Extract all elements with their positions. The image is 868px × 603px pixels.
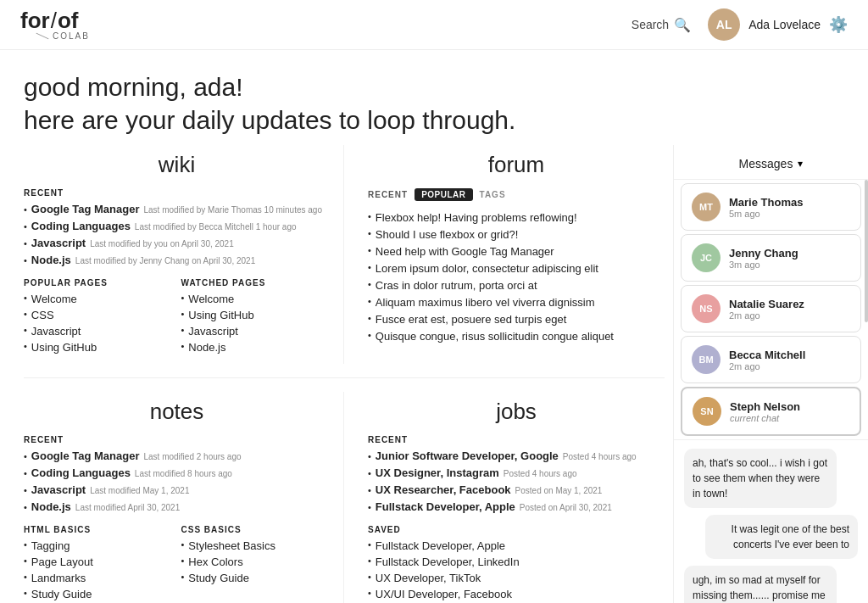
list-item: •Javascript <box>24 325 173 338</box>
contact-time: 2m ago <box>729 361 805 371</box>
contact-item-marie[interactable]: MT Marie Thomas 5m ago <box>681 183 861 231</box>
list-item: •UX Developer, TikTok <box>368 572 665 584</box>
content-area: wiki RECENT •Google Tag ManagerLast modi… <box>0 145 673 603</box>
list-item: •CSS <box>24 309 173 321</box>
contact-info: Natalie Suarez 2m ago <box>729 298 804 321</box>
list-item[interactable]: •Need help with Google Tag Manager <box>368 245 665 258</box>
search-button[interactable]: Search 🔍 <box>632 17 691 33</box>
list-item: •Using GitHub <box>181 309 331 321</box>
search-label: Search <box>632 18 669 31</box>
contact-time: 2m ago <box>729 310 804 321</box>
wiki-recent-list: •Google Tag ManagerLast modified by Mari… <box>24 203 330 266</box>
list-item: •UX Researcher, FacebookPosted on May 1,… <box>368 483 665 496</box>
list-item[interactable]: •Should I use flexbox or grid?! <box>368 228 665 241</box>
forum-title: forum <box>368 152 665 178</box>
watched-list: •Welcome •Using GitHub •Javascript •Node… <box>181 293 331 354</box>
list-item: •UX Designer, InstagramPosted 4 hours ag… <box>368 466 665 479</box>
list-item: •Node.jsLast modified by Jenny Chang on … <box>24 254 330 266</box>
popular-list: •Welcome •CSS •Javascript •Using GitHub <box>24 293 173 354</box>
chat-bubble-sent: It was legit one of the best concerts I'… <box>705 515 858 559</box>
contact-item-jenny[interactable]: JC Jenny Chang 3m ago <box>681 234 861 282</box>
header-right: Search 🔍 AL Ada Lovelace ⚙️ <box>632 8 848 41</box>
logo-for: for <box>20 9 50 31</box>
list-item: •Node.js <box>181 341 331 354</box>
messages-title: Messages <box>739 157 793 170</box>
contact-info: Marie Thomas 5m ago <box>729 196 803 219</box>
list-item: •Using GitHub <box>24 341 173 354</box>
contact-name: Becca Mitchell <box>729 349 805 361</box>
list-item: •Stylesheet Basics <box>181 539 331 552</box>
list-item[interactable]: •Aliquam maximus libero vel viverra dign… <box>368 296 665 309</box>
list-item: •Tagging <box>24 539 173 552</box>
avatar: AL <box>708 8 740 41</box>
jobs-section: jobs RECENT •Junior Software Developer, … <box>344 392 665 603</box>
logo-slash: / <box>51 9 57 31</box>
list-item: •JavascriptLast modified May 1, 2021 <box>24 483 330 496</box>
contact-name: Natalie Suarez <box>729 298 804 310</box>
settings-button[interactable]: ⚙️ <box>829 15 848 34</box>
forum-tabs: RECENT POPULAR TAGS <box>368 188 665 201</box>
welcome-section: good morning, ada! here are your daily u… <box>0 50 868 145</box>
html-list: •Tagging •Page Layout •Landmarks •Study … <box>24 539 173 600</box>
chat-bubble-received: ah, that's so cool... i wish i got to se… <box>684 449 837 508</box>
notes-pages-grid: HTML BASICS •Tagging •Page Layout •Landm… <box>24 525 330 603</box>
top-row: wiki RECENT •Google Tag ManagerLast modi… <box>24 145 665 364</box>
contact-item-becca[interactable]: BM Becca Mitchell 2m ago <box>681 336 861 383</box>
popular-pages-col: POPULAR PAGES •Welcome •CSS •Javascript … <box>24 278 173 357</box>
list-item: •Study Guide <box>24 588 173 600</box>
wiki-title: wiki <box>24 152 330 178</box>
tab-tags-label[interactable]: TAGS <box>480 190 506 199</box>
list-item[interactable]: •Cras in dolor rutrum, porta orci at <box>368 279 665 292</box>
forum-list: •Flexbox help! Having problems reflowing… <box>368 211 665 343</box>
list-item[interactable]: •Fusce erat est, posuere sed turpis eget <box>368 313 665 326</box>
list-item[interactable]: •Quisque congue, risus sollicitudin cong… <box>368 330 665 343</box>
jobs-title: jobs <box>368 399 665 425</box>
css-label: CSS BASICS <box>181 525 331 534</box>
list-item[interactable]: •Lorem ipsum dolor, consectetur adipisci… <box>368 262 665 275</box>
list-item[interactable]: •Flexbox help! Having problems reflowing… <box>368 211 665 224</box>
jobs-recent-list: •Junior Software Developer, GooglePosted… <box>368 449 665 513</box>
list-item: •Landmarks <box>24 572 173 584</box>
jobs-saved-list: •Fullstack Developer, Apple •Fullstack D… <box>368 539 665 600</box>
notes-section: notes RECENT •Google Tag ManagerLast mod… <box>24 392 344 603</box>
logo-of: of <box>58 9 79 31</box>
css-basics-col: CSS BASICS •Stylesheet Basics •Hex Color… <box>181 525 331 603</box>
tab-recent-label: RECENT <box>368 190 408 199</box>
tab-popular-btn[interactable]: POPULAR <box>415 188 472 201</box>
logo-colab: COLAB <box>53 31 90 41</box>
list-item: •UX/UI Developer, Facebook <box>368 588 665 600</box>
contact-list: MT Marie Thomas 5m ago JC Jenny Chang 3m… <box>674 180 868 439</box>
avatar: SN <box>693 397 721 426</box>
notes-recent-label: RECENT <box>24 435 330 444</box>
logo: for / of COLAB <box>20 9 90 41</box>
notes-title: notes <box>24 399 330 425</box>
contact-item-steph[interactable]: SN Steph Nelson current chat <box>681 387 861 436</box>
html-label: HTML BASICS <box>24 525 173 534</box>
contact-info: Steph Nelson current chat <box>730 400 800 423</box>
section-divider <box>24 377 665 378</box>
list-item: •JavascriptLast modified by you on April… <box>24 237 330 249</box>
contact-time: 3m ago <box>729 260 798 270</box>
list-item: •Fullstack Developer, ApplePosted on Apr… <box>368 500 665 513</box>
contact-name: Steph Nelson <box>730 400 800 413</box>
contact-info: Becca Mitchell 2m ago <box>729 349 805 371</box>
welcome-line1: good morning, ada! <box>24 70 844 103</box>
list-item: •Fullstack Developer, Apple <box>368 539 665 552</box>
list-item: •Coding LanguagesLast modified 8 hours a… <box>24 466 330 479</box>
contact-item-natalie[interactable]: NS Natalie Suarez 2m ago <box>681 285 861 332</box>
list-item: •Page Layout <box>24 556 173 568</box>
contact-name: Jenny Chang <box>729 247 798 260</box>
list-item: •Google Tag ManagerLast modified by Mari… <box>24 203 330 215</box>
avatar: BM <box>692 345 721 374</box>
messages-header: Messages ▾ <box>674 145 868 180</box>
forum-section: forum RECENT POPULAR TAGS •Flexbox help!… <box>344 145 665 364</box>
contact-time: 5m ago <box>729 209 803 219</box>
username: Ada Lovelace <box>748 18 821 31</box>
avatar: JC <box>692 243 721 272</box>
wiki-section: wiki RECENT •Google Tag ManagerLast modi… <box>24 145 344 364</box>
list-item: •Javascript <box>181 325 331 338</box>
wiki-recent-label: RECENT <box>24 188 330 198</box>
list-item: •Welcome <box>181 293 331 305</box>
messages-dropdown-btn[interactable]: ▾ <box>798 158 803 170</box>
notes-recent-list: •Google Tag ManagerLast modified 2 hours… <box>24 449 330 513</box>
